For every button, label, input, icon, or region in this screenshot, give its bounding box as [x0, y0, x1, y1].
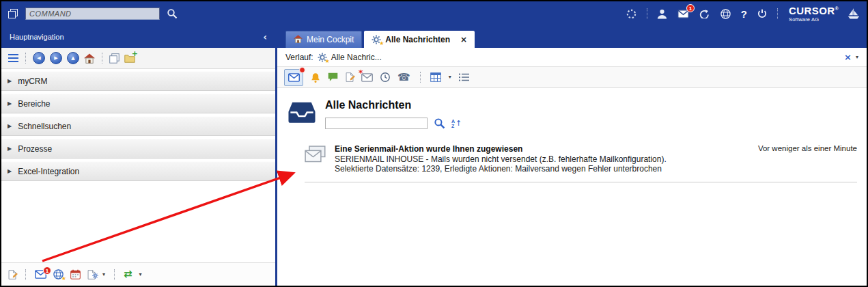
tab-mein-cockpit[interactable]: Mein Cockpit: [285, 31, 362, 48]
star-icon: ★: [325, 59, 330, 64]
chevron-down-icon[interactable]: ▾: [856, 55, 858, 60]
separator: [25, 269, 26, 280]
user-icon[interactable]: [656, 8, 669, 20]
sidebar-item-label: Schnellsuchen: [18, 122, 71, 131]
close-panel-icon[interactable]: ×: [844, 53, 852, 62]
message-timestamp: Vor weniger als einer Minute: [758, 144, 857, 152]
sidebar-footer-toolbar: 1 ★ ▾ ⇄ ▾: [1, 262, 275, 286]
message-title: Eine Serienmail-Aktion wurde Ihnen zugew…: [335, 144, 667, 154]
phone-icon[interactable]: ☎: [397, 72, 410, 83]
message-line-2: Selektierte Datensätze: 1239, Erledigte …: [335, 165, 667, 174]
messages-badge: 1: [43, 266, 51, 275]
triangle-right-icon: ▶: [8, 101, 12, 107]
note-icon[interactable]: [346, 72, 354, 82]
back-button[interactable]: ◀: [33, 52, 45, 64]
main-area: Mein Cockpit ★ Alle Nachrichten × Verlau…: [275, 26, 867, 286]
triangle-right-icon: ▶: [8, 169, 12, 174]
chevron-down-icon[interactable]: ▾: [102, 272, 105, 277]
power-icon[interactable]: [756, 8, 768, 20]
chevron-down-icon[interactable]: ▾: [449, 74, 451, 80]
home-icon[interactable]: [84, 53, 95, 64]
up-button[interactable]: ▲: [67, 52, 79, 64]
reminder-bell-icon[interactable]: [311, 72, 320, 83]
sidebar: Hauptnavigation ‹ ◀ ▶ ▲ + ▶: [1, 26, 275, 286]
tab-alle-nachrichten[interactable]: ★ Alle Nachrichten ×: [364, 31, 475, 48]
list-view-icon[interactable]: [459, 73, 469, 81]
message-list-panel: Alle Nachrichten AZ ↑: [277, 88, 867, 286]
separator: [25, 53, 26, 64]
plus-icon: +: [132, 50, 138, 57]
schedule-clock-icon[interactable]: [380, 72, 390, 82]
globe-icon[interactable]: [720, 8, 732, 20]
forward-button[interactable]: ▶: [50, 52, 62, 64]
topbar-right-cluster: 1 ? CURSOR® Software AG: [626, 5, 860, 23]
help-icon[interactable]: ?: [741, 8, 747, 20]
sync-icon[interactable]: ⇄: [124, 269, 132, 279]
close-tab-icon[interactable]: ×: [460, 36, 467, 44]
triangle-right-icon: ▶: [8, 79, 12, 84]
sort-icon[interactable]: AZ ↑: [451, 119, 462, 128]
history-row: Verlauf: ★ Alle Nachric... × ▾: [277, 48, 867, 67]
gear-star-icon: ★: [372, 35, 381, 44]
navigation-accordion: ▶ myCRM ▶ Bereiche ▶ Schnellsuchen ▶ Pro…: [1, 71, 275, 181]
document-action-icon[interactable]: [87, 270, 96, 279]
message-list-item[interactable]: Eine Serienmail-Aktion wurde Ihnen zugew…: [305, 144, 857, 182]
inbox-icon: [288, 101, 316, 129]
red-asterisk-icon: *: [359, 69, 363, 77]
gear-star-icon: ★: [318, 53, 327, 62]
sailboat-logo-icon: [848, 8, 860, 20]
sidebar-item-prozesse[interactable]: ▶ Prozesse: [1, 139, 275, 159]
tab-label: Mein Cockpit: [307, 35, 354, 44]
chat-icon[interactable]: [328, 72, 338, 82]
separator: [114, 269, 115, 280]
separator: [777, 8, 778, 19]
chevron-down-icon[interactable]: ▾: [139, 272, 142, 277]
sidebar-item-label: myCRM: [18, 77, 47, 86]
windows-icon[interactable]: [7, 8, 19, 20]
copy-pages-icon[interactable]: [109, 53, 120, 64]
sidebar-empty-area: [1, 181, 275, 262]
sidebar-title: Hauptnavigation: [10, 33, 64, 41]
tab-bar: Mein Cockpit ★ Alle Nachrichten ×: [277, 26, 867, 48]
gear-icon: [92, 269, 98, 282]
star-icon: ★: [61, 276, 66, 282]
new-folder-icon[interactable]: +: [124, 54, 135, 63]
separator: [647, 8, 647, 19]
cursor-logo[interactable]: CURSOR® Software AG: [789, 5, 839, 23]
triangle-right-icon: ▶: [8, 124, 12, 129]
top-bar: 1 ? CURSOR® Software AG: [1, 1, 867, 26]
table-view-icon[interactable]: [430, 72, 441, 82]
history-entry[interactable]: Alle Nachric...: [331, 53, 382, 62]
inbox-messages-icon[interactable]: [284, 69, 303, 86]
serial-mail-icon[interactable]: *: [361, 73, 373, 82]
web-favorites-icon[interactable]: ★: [53, 269, 64, 279]
logo-title: CURSOR®: [789, 5, 839, 16]
envelope-stack-icon: [305, 146, 326, 174]
sidebar-item-mycrm[interactable]: ▶ myCRM: [1, 71, 275, 91]
logo-subtitle: Software AG: [789, 17, 819, 23]
mail-icon[interactable]: 1: [677, 8, 690, 20]
sidebar-item-label: Excel-Integration: [18, 167, 79, 176]
quick-note-icon[interactable]: [8, 270, 16, 279]
menu-icon[interactable]: [8, 54, 18, 63]
redo-icon[interactable]: [699, 8, 711, 20]
separator: [420, 72, 421, 83]
sidebar-item-bereiche[interactable]: ▶ Bereiche: [1, 94, 275, 113]
calendar-icon[interactable]: [70, 269, 81, 279]
messages-icon[interactable]: 1: [35, 270, 46, 279]
busy-spinner-icon: [626, 8, 638, 20]
sidebar-item-schnellsuchen[interactable]: ▶ Schnellsuchen: [1, 116, 275, 136]
collapse-sidebar-icon[interactable]: ‹: [263, 32, 267, 42]
sidebar-item-excel-integration[interactable]: ▶ Excel-Integration: [1, 161, 275, 181]
house-icon: [294, 35, 303, 45]
search-icon[interactable]: [434, 118, 445, 129]
message-search-input[interactable]: [325, 118, 428, 129]
tab-label: Alle Nachrichten: [385, 35, 450, 44]
sidebar-item-label: Prozesse: [18, 144, 52, 154]
command-search-icon[interactable]: [166, 8, 178, 20]
command-input[interactable]: [25, 8, 160, 20]
search-row: AZ ↑: [325, 118, 462, 129]
list-header: Alle Nachrichten AZ ↑: [288, 99, 867, 129]
app-window: 1 ? CURSOR® Software AG Hauptnavigation …: [0, 0, 868, 287]
triangle-right-icon: ▶: [8, 146, 12, 152]
